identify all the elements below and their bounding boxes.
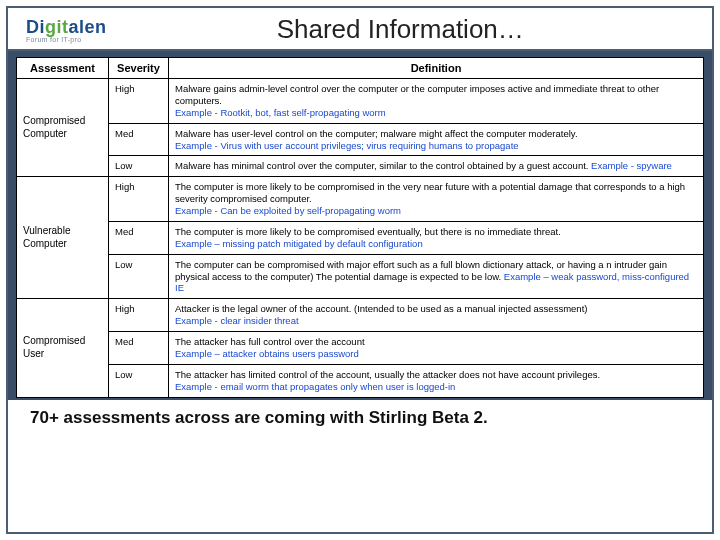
definition-cell: Malware has minimal control over the com… [169, 156, 704, 177]
table-row: MedMalware has user-level control on the… [17, 123, 704, 156]
definition-cell: The attacker has full control over the a… [169, 332, 704, 365]
severity-cell: Low [109, 364, 169, 397]
definition-cell: Malware has user-level control on the co… [169, 123, 704, 156]
example-text: Example - Can be exploited by self-propa… [175, 205, 401, 216]
example-text: Example - spyware [591, 160, 672, 171]
example-text: Example - email worm that propagates onl… [175, 381, 455, 392]
table-row: MedThe computer is more likely to be com… [17, 221, 704, 254]
table-row: Compromised UserHighAttacker is the lega… [17, 299, 704, 332]
severity-cell: High [109, 299, 169, 332]
severity-cell: Med [109, 221, 169, 254]
severity-cell: Med [109, 123, 169, 156]
severity-cell: High [109, 79, 169, 124]
definition-cell: The attacker has limited control of the … [169, 364, 704, 397]
definition-cell: Attacker is the legal owner of the accou… [169, 299, 704, 332]
example-text: Example - Rootkit, bot, fast self-propag… [175, 107, 386, 118]
header-bar: Digitalen Forum for IT-pro Shared Inform… [8, 8, 712, 51]
table-body: Compromised ComputerHighMalware gains ad… [17, 79, 704, 398]
definition-cell: The computer is more likely to be compro… [169, 221, 704, 254]
table-row: MedThe attacker has full control over th… [17, 332, 704, 365]
table-row: LowMalware has minimal control over the … [17, 156, 704, 177]
th-definition: Definition [169, 58, 704, 79]
logo-word: Digitalen [26, 17, 107, 38]
example-text: Example – attacker obtains users passwor… [175, 348, 359, 359]
severity-cell: Low [109, 254, 169, 299]
assessment-cell: Vulnerable Computer [17, 177, 109, 299]
severity-cell: High [109, 177, 169, 222]
logo-subtitle: Forum for IT-pro [26, 36, 107, 43]
th-assessment: Assessment [17, 58, 109, 79]
table-row: Vulnerable ComputerHighThe computer is m… [17, 177, 704, 222]
definition-cell: The computer can be compromised with maj… [169, 254, 704, 299]
severity-cell: Med [109, 332, 169, 365]
example-text: Example – weak password, miss-configured… [175, 271, 689, 294]
example-text: Example – missing patch mitigated by def… [175, 238, 423, 249]
slide-frame: Digitalen Forum for IT-pro Shared Inform… [6, 6, 714, 534]
definition-cell: Malware gains admin-level control over t… [169, 79, 704, 124]
th-severity: Severity [109, 58, 169, 79]
table-row: Compromised ComputerHighMalware gains ad… [17, 79, 704, 124]
example-text: Example - clear insider threat [175, 315, 299, 326]
assessment-cell: Compromised User [17, 299, 109, 397]
content-area: Assessment Severity Definition Compromis… [8, 51, 712, 400]
table-header-row: Assessment Severity Definition [17, 58, 704, 79]
example-text: Example - Virus with user account privil… [175, 140, 519, 151]
table-row: LowThe attacker has limited control of t… [17, 364, 704, 397]
logo: Digitalen Forum for IT-pro [26, 17, 107, 43]
severity-cell: Low [109, 156, 169, 177]
definition-cell: The computer is more likely to be compro… [169, 177, 704, 222]
assessment-table: Assessment Severity Definition Compromis… [16, 57, 704, 398]
table-row: LowThe computer can be compromised with … [17, 254, 704, 299]
footer-note: 70+ assessments across are coming with S… [8, 400, 712, 428]
page-title: Shared Information… [107, 14, 694, 45]
assessment-cell: Compromised Computer [17, 79, 109, 177]
